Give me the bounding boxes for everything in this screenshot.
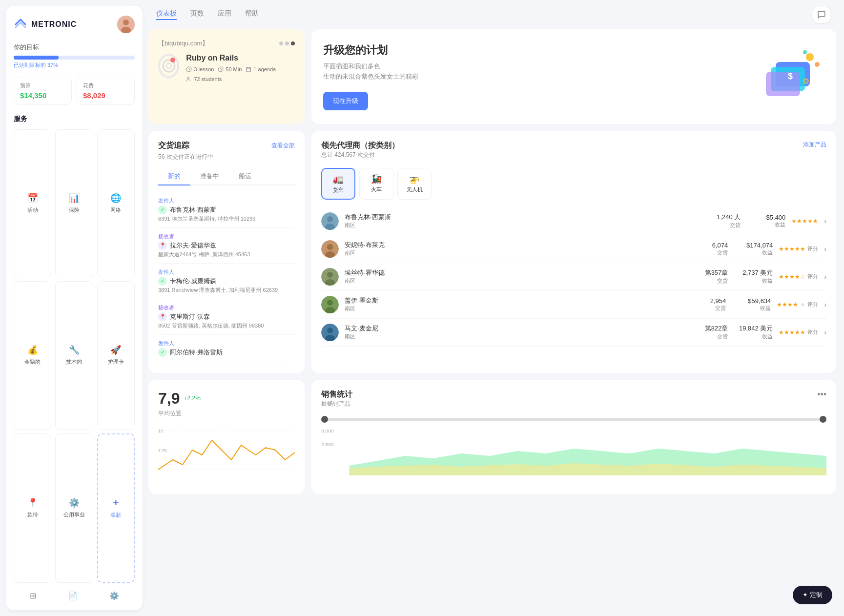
train-tab-label: 火车 [371, 186, 382, 193]
position-chart-area: 10 7.75 [158, 426, 295, 484]
tracking-title: 交货追踪 [158, 141, 189, 151]
sales-header: 销售统计 最畅销产品 ••• [321, 390, 826, 414]
tracking-header: 交货追踪 查看全部 [158, 141, 295, 151]
score-value: 7,9 [158, 390, 180, 408]
agent-transactions-3: 2,954 交货 [687, 297, 726, 312]
finance-icon: 💰 [27, 345, 38, 355]
sidebar-header: METRONIC [14, 16, 135, 33]
agent-tab-truck[interactable]: 🚛 货车 [321, 168, 355, 200]
svg-rect-14 [766, 72, 800, 96]
nav-links: 仪表板 页数 应用 帮助 [156, 9, 259, 20]
track-name-3: ✓ 卡梅伦·威廉姆森 [158, 277, 295, 286]
nav-pages[interactable]: 页数 [190, 9, 204, 20]
upgrade-illustration: $ ⚙ [746, 47, 824, 106]
agent-rating-4: ★★★★★ 评分 [779, 329, 818, 336]
sales-title: 销售统计 [321, 390, 352, 400]
score-label: 平均位置 [158, 410, 295, 418]
sales-stats-card: 销售统计 最畅销产品 ••• 3,000 2,500 [311, 380, 836, 494]
agent-avatar-0 [321, 212, 339, 230]
file-icon[interactable]: 📄 [68, 591, 78, 600]
service-item-activity[interactable]: 📅 活动 [14, 129, 51, 277]
add-product-button[interactable]: 添加产品 [803, 141, 826, 149]
agent-arrow-2[interactable]: › [824, 273, 826, 281]
service-item-add[interactable]: + 添新 [97, 433, 135, 583]
agent-arrow-4[interactable]: › [824, 329, 826, 336]
agent-arrow-1[interactable]: › [824, 245, 826, 253]
track-role-3: 发件人 [158, 268, 295, 276]
expense-box: 花费 $8,029 [77, 77, 135, 105]
tab-shipping[interactable]: 船运 [229, 168, 261, 185]
agent-row-1: 安妮特·布莱克 南区 6,074 交货 $174,074 收益 ★★★★★ 评分 [321, 235, 826, 263]
service-name-care: 护理卡 [108, 358, 124, 366]
settings-icon[interactable]: ⚙️ [109, 591, 119, 600]
sender-icon-1: ✓ [158, 205, 167, 214]
agent-name-3: 盖伊·霍金斯 [345, 296, 681, 305]
agent-tab-drone[interactable]: 🚁 无人机 [397, 168, 432, 200]
agent-rating-0: ★★★★★ [791, 218, 818, 225]
service-item-network[interactable]: 🌐 网络 [97, 129, 135, 277]
logo-icon [14, 18, 27, 31]
tracking-items: 发件人 ✓ 布鲁克林·西蒙斯 6391 埃尔兰圣塞莱斯特, 特拉华州 10299… [158, 192, 295, 363]
score-change: +2.2% [184, 395, 200, 402]
tech-icon: 🔧 [69, 345, 80, 355]
track-role-4: 接收者 [158, 304, 295, 311]
agent-info-3: 盖伊·霍金斯 南区 [345, 296, 681, 312]
service-item-tech[interactable]: 🔧 技术的 [55, 281, 93, 429]
customize-button[interactable]: ✦ 定制 [793, 586, 832, 604]
view-all-button[interactable]: 查看全部 [271, 142, 295, 150]
svg-text:$: $ [788, 71, 793, 81]
budget-label: 预算 [20, 82, 65, 89]
agent-transactions-1: 6,074 交货 [689, 242, 728, 256]
train-tab-icon: 🚂 [371, 173, 382, 184]
utility-icon: ⚙️ [69, 497, 80, 508]
track-item-4: 接收者 📍 克里斯汀·沃森 8502 普雷斯顿路, 英格尔伍德, 缅因州 983… [158, 299, 295, 335]
service-name-network: 网络 [110, 206, 121, 214]
agent-row-3: 盖伊·霍金斯 南区 2,954 交货 $59,634 收益 ★★★★★ 评分 [321, 291, 826, 319]
avatar [117, 16, 135, 33]
tab-new[interactable]: 新的 [158, 168, 190, 185]
row-2: 交货追踪 查看全部 56 次交付正在进行中 新的 准备中 船运 发件人 ✓ 布鲁… [148, 131, 836, 373]
agent-transactions-4: 第822章 交货 [689, 324, 728, 340]
sales-more-button[interactable]: ••• [817, 390, 826, 400]
row-3: 7,9 +2.2% 平均位置 10 7.75 [148, 380, 836, 494]
meta-students: 72 students [186, 76, 222, 82]
truck-tab-icon: 🚛 [333, 174, 344, 185]
activity-icon: 📅 [27, 193, 38, 204]
range-handle-left[interactable] [321, 416, 328, 423]
agent-row-0: 布鲁克林·西蒙斯 南区 1,240 人 交货 $5,400 收益 ★★★★★ › [321, 207, 826, 235]
range-slider[interactable] [321, 418, 826, 421]
chat-icon-button[interactable] [813, 6, 830, 23]
agent-avatar-2 [321, 268, 339, 286]
agent-tab-train[interactable]: 🚂 火车 [359, 168, 393, 200]
service-item-care[interactable]: 🚀 护理卡 [97, 281, 135, 429]
nav-help[interactable]: 帮助 [245, 9, 259, 20]
agent-row-2: 埃丝特·霍华德 南区 第357章 交货 2,737 美元 收益 ★★★★☆ 评分 [321, 263, 826, 291]
agent-region-2: 南区 [345, 277, 683, 285]
agent-revenue-2: 2,737 美元 收益 [734, 268, 773, 285]
agent-region-0: 南区 [345, 222, 696, 229]
budget-value: $14,350 [20, 91, 65, 100]
nav-apps[interactable]: 应用 [218, 9, 231, 20]
track-item-5: 发件人 ✓ 阿尔伯特·弗洛雷斯 [158, 335, 295, 363]
top-navigation: 仪表板 页数 应用 帮助 [148, 6, 838, 29]
track-name-5: ✓ 阿尔伯特·弗洛雷斯 [158, 348, 295, 357]
upgrade-button[interactable]: 现在升级 [323, 92, 368, 110]
nav-dashboard[interactable]: 仪表板 [156, 9, 177, 20]
agent-arrow-3[interactable]: › [824, 301, 826, 308]
service-item-finance[interactable]: 💰 金融的 [14, 281, 51, 429]
range-handle-right[interactable] [820, 416, 826, 423]
row-1: 【biqubiqu.com】 [148, 29, 836, 124]
range-track [321, 418, 826, 421]
course-dots [279, 41, 295, 45]
upgrade-card: 升级您的计划 平面插图和我们多色 生动的未混合紫色头发女士的精彩 现在升级 [311, 29, 836, 124]
service-item-hospitality[interactable]: 📍 款待 [14, 433, 51, 583]
service-item-utility[interactable]: ⚙️ 公用事业 [55, 433, 93, 583]
meta-agenda: 1 agenda [246, 66, 276, 72]
main-area: 仪表板 页数 应用 帮助 【biqubiqu.com】 [148, 0, 844, 616]
service-item-insurance[interactable]: 📊 保险 [55, 129, 93, 277]
agents-subtitle: 总计 424,567 次交付 [321, 151, 399, 159]
agent-arrow-0[interactable]: › [824, 217, 826, 225]
layers-icon[interactable]: ⊞ [30, 591, 36, 600]
upgrade-text: 升级您的计划 平面插图和我们多色 生动的未混合紫色头发女士的精彩 现在升级 [323, 43, 418, 110]
tab-preparing[interactable]: 准备中 [190, 168, 229, 185]
